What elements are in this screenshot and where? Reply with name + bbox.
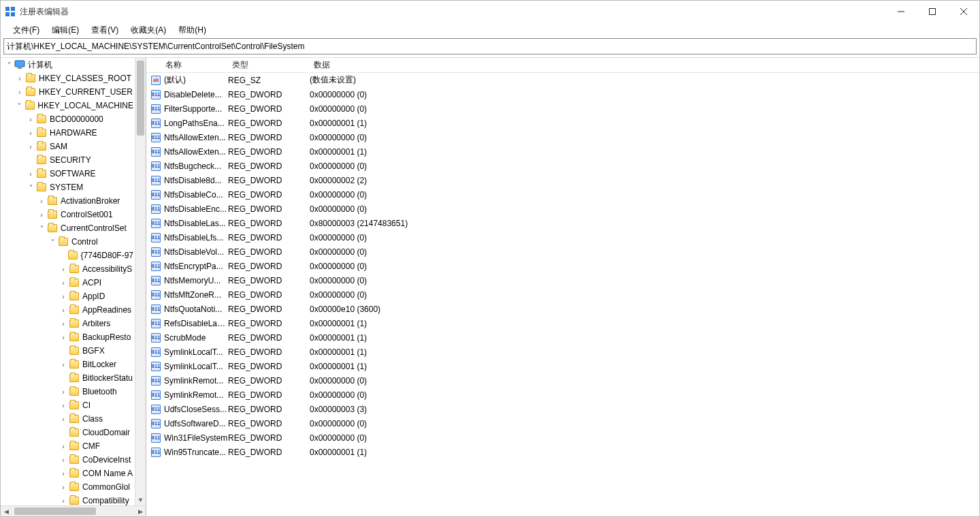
chevron-down-icon[interactable]: ˅: [36, 225, 47, 232]
menu-file[interactable]: 文件(F): [7, 23, 45, 37]
tree-item[interactable]: ›AppReadines: [1, 303, 135, 317]
value-row[interactable]: 011Win31FileSystemREG_DWORD0x00000000 (0…: [146, 430, 979, 445]
chevron-right-icon[interactable]: ›: [58, 443, 69, 450]
tree-item[interactable]: ›Bluetooth: [1, 385, 135, 398]
chevron-right-icon[interactable]: ›: [58, 416, 69, 423]
tree-item[interactable]: CloudDomair: [1, 426, 135, 439]
value-row[interactable]: 011SymlinkLocalT...REG_DWORD0x00000001 (…: [146, 359, 979, 373]
close-button[interactable]: [948, 1, 979, 22]
values-header[interactable]: 名称 类型 数据: [146, 58, 979, 73]
tree-item[interactable]: ›BitLocker: [1, 358, 135, 371]
value-row[interactable]: 011NtfsDisable8d...REG_DWORD0x00000002 (…: [146, 173, 979, 187]
tree-item[interactable]: {7746D80F-97: [1, 249, 135, 262]
chevron-right-icon[interactable]: ›: [25, 170, 36, 178]
chevron-right-icon[interactable]: ›: [36, 198, 47, 205]
chevron-right-icon[interactable]: ›: [58, 456, 69, 464]
chevron-down-icon[interactable]: ˅: [25, 184, 36, 191]
value-row[interactable]: 011Win95Truncate...REG_DWORD0x00000001 (…: [146, 445, 979, 459]
tree-item[interactable]: ›BackupResto: [1, 330, 135, 344]
tree-item[interactable]: ˅CurrentControlSet: [1, 221, 135, 235]
chevron-down-icon[interactable]: ˅: [14, 102, 24, 110]
scroll-thumb-vertical[interactable]: [137, 61, 144, 136]
column-name[interactable]: 名称: [146, 59, 228, 71]
maximize-button[interactable]: [917, 1, 948, 22]
value-row[interactable]: 011SymlinkRemot...REG_DWORD0x00000000 (0…: [146, 388, 979, 402]
value-row[interactable]: 011LongPathsEna...REG_DWORD0x00000001 (1…: [146, 116, 979, 130]
menu-view[interactable]: 查看(V): [86, 23, 124, 37]
scroll-thumb-horizontal[interactable]: [14, 507, 96, 515]
scroll-down-icon[interactable]: ▼: [135, 495, 146, 505]
value-row[interactable]: 011NtfsAllowExten...REG_DWORD0x00000001 …: [146, 144, 979, 159]
tree-item[interactable]: ›HARDWARE: [1, 126, 135, 140]
tree-item[interactable]: ˅SYSTEM: [1, 181, 135, 194]
scroll-left-icon[interactable]: ◀: [1, 506, 12, 516]
tree-item[interactable]: BGFX: [1, 344, 135, 358]
tree-item[interactable]: ›ActivationBroker: [1, 194, 135, 208]
tree-item[interactable]: ›BCD00000000: [1, 112, 135, 126]
value-row[interactable]: 011ScrubModeREG_DWORD0x00000001 (1): [146, 330, 979, 345]
value-row[interactable]: 011UdfsCloseSess...REG_DWORD0x00000003 (…: [146, 402, 979, 416]
chevron-down-icon[interactable]: ˅: [3, 61, 14, 69]
value-row[interactable]: 011NtfsDisableCo...REG_DWORD0x00000000 (…: [146, 187, 979, 202]
tree-item[interactable]: ›CMF: [1, 439, 135, 453]
value-row[interactable]: 011NtfsMftZoneR...REG_DWORD0x00000000 (0…: [146, 287, 979, 302]
menu-favorites[interactable]: 收藏夹(A): [125, 23, 172, 37]
value-row[interactable]: 011DisableDelete...REG_DWORD0x00000000 (…: [146, 87, 979, 101]
tree-item[interactable]: ›Arbiters: [1, 317, 135, 330]
value-row[interactable]: 011NtfsEncryptPa...REG_DWORD0x00000000 (…: [146, 259, 979, 273]
chevron-right-icon[interactable]: ›: [58, 266, 69, 273]
chevron-right-icon[interactable]: ›: [58, 388, 69, 396]
value-row[interactable]: ab(默认)REG_SZ(数值未设置): [146, 73, 979, 87]
chevron-right-icon[interactable]: ›: [58, 470, 69, 477]
value-row[interactable]: 011NtfsAllowExten...REG_DWORD0x00000000 …: [146, 130, 979, 144]
value-row[interactable]: 011RefsDisableLas...REG_DWORD0x00000001 …: [146, 316, 979, 330]
chevron-right-icon[interactable]: ›: [58, 307, 69, 314]
value-row[interactable]: 011NtfsDisableEnc...REG_DWORD0x00000000 …: [146, 202, 979, 216]
chevron-right-icon[interactable]: ›: [58, 320, 69, 328]
tree-item[interactable]: ›SOFTWARE: [1, 167, 135, 181]
scroll-right-icon[interactable]: ▶: [135, 506, 146, 516]
value-row[interactable]: 011NtfsDisableLfs...REG_DWORD0x00000000 …: [146, 230, 979, 245]
chevron-down-icon[interactable]: ˅: [47, 238, 58, 246]
tree-item[interactable]: ›SAM: [1, 140, 135, 153]
value-row[interactable]: 011NtfsDisableVol...REG_DWORD0x00000000 …: [146, 245, 979, 259]
value-row[interactable]: 011SymlinkLocalT...REG_DWORD0x00000001 (…: [146, 345, 979, 359]
tree-item[interactable]: ˅HKEY_LOCAL_MACHINE: [1, 99, 135, 112]
titlebar[interactable]: 注册表编辑器: [1, 1, 979, 22]
menu-edit[interactable]: 编辑(E): [46, 23, 84, 37]
minimize-button[interactable]: [885, 1, 917, 22]
tree-item[interactable]: ›CI: [1, 398, 135, 412]
value-row[interactable]: 011FilterSupporte...REG_DWORD0x00000000 …: [146, 101, 979, 116]
chevron-right-icon[interactable]: ›: [25, 143, 36, 151]
chevron-right-icon[interactable]: ›: [14, 75, 25, 82]
tree-item[interactable]: ›Class: [1, 412, 135, 426]
value-row[interactable]: 011NtfsBugcheck...REG_DWORD0x00000000 (0…: [146, 159, 979, 173]
tree-item[interactable]: ›CoDeviceInst: [1, 453, 135, 467]
chevron-right-icon[interactable]: ›: [58, 402, 69, 409]
tree-item[interactable]: ›AppID: [1, 289, 135, 303]
tree-item[interactable]: ›AccessibilityS: [1, 262, 135, 276]
chevron-right-icon[interactable]: ›: [58, 334, 69, 341]
tree-item[interactable]: ›Compatibility: [1, 494, 135, 505]
chevron-right-icon[interactable]: ›: [58, 484, 69, 491]
tree-item[interactable]: ›ACPI: [1, 276, 135, 289]
chevron-right-icon[interactable]: ›: [58, 293, 69, 300]
chevron-right-icon[interactable]: ›: [14, 89, 25, 96]
menu-help[interactable]: 帮助(H): [173, 23, 212, 37]
value-row[interactable]: 011SymlinkRemot...REG_DWORD0x00000000 (0…: [146, 373, 979, 388]
column-data[interactable]: 数据: [310, 59, 979, 71]
chevron-right-icon[interactable]: ›: [58, 361, 69, 369]
tree-item[interactable]: BitlockerStatu: [1, 371, 135, 385]
chevron-right-icon[interactable]: ›: [25, 116, 36, 123]
tree-item[interactable]: ›HKEY_CLASSES_ROOT: [1, 72, 135, 85]
tree-scrollbar-vertical[interactable]: ▲ ▼: [135, 58, 146, 505]
tree-item[interactable]: ˅Control: [1, 235, 135, 249]
chevron-right-icon[interactable]: ›: [36, 211, 47, 219]
key-tree[interactable]: ˅计算机›HKEY_CLASSES_ROOT›HKEY_CURRENT_USER…: [1, 58, 146, 516]
value-row[interactable]: 011NtfsQuotaNoti...REG_DWORD0x00000e10 (…: [146, 302, 979, 316]
tree-scrollbar-horizontal[interactable]: ◀ ▶: [1, 505, 146, 516]
chevron-right-icon[interactable]: ›: [25, 129, 36, 137]
tree-item[interactable]: ›HKEY_CURRENT_USER: [1, 85, 135, 99]
address-bar[interactable]: 计算机\HKEY_LOCAL_MACHINE\SYSTEM\CurrentCon…: [3, 38, 977, 54]
tree-item[interactable]: ›ControlSet001: [1, 208, 135, 221]
